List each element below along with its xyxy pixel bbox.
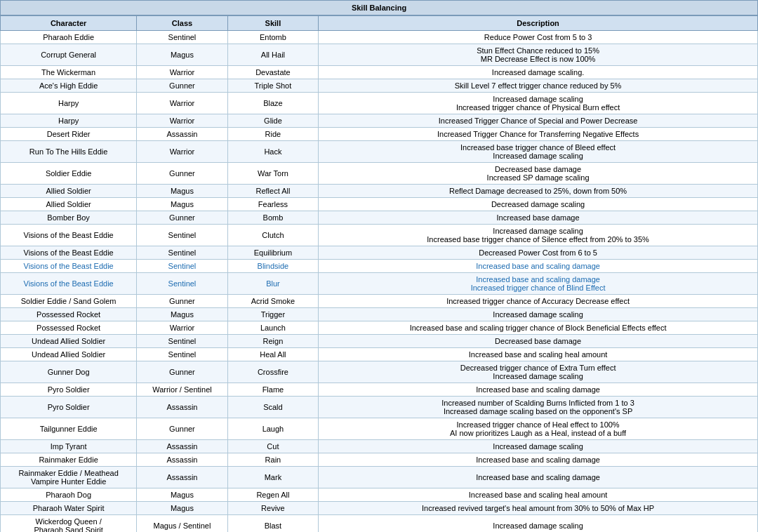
table-row-description: Increased base and scaling damage [319, 260, 758, 273]
header-character: Character [1, 16, 137, 31]
page-title: Skill Balancing [0, 0, 758, 15]
table-row-description: Increased damage scaling Increased base … [319, 225, 758, 246]
table-row-skill: Acrid Smoke [227, 295, 318, 308]
table-row-class: Assassin [137, 128, 227, 141]
table-row-class: Magus [137, 488, 227, 502]
table-row-description: Stun Effect Chance reduced to 15% MR Dec… [319, 44, 758, 66]
table-row-class: Sentinel [137, 31, 227, 44]
table-row-skill: Blindside [227, 260, 318, 273]
table-row-description: Increased base and scaling damage Increa… [319, 273, 758, 295]
table-row-skill: Cut [227, 440, 318, 453]
table-row-character: Bomber Boy [1, 211, 137, 225]
table-row-class: Assassin [137, 467, 227, 488]
table-row-description: Increased trigger chance of Heal effect … [319, 418, 758, 440]
table-row-description: Increased Trigger Chance for Transferrin… [319, 128, 758, 141]
header-skill: Skill [227, 16, 318, 31]
table-row-description: Increased base and scaling damage [319, 467, 758, 488]
table-row-description: Increased damage scaling Increased trigg… [319, 93, 758, 114]
table-row-character: Allied Soldier [1, 185, 137, 198]
table-row-class: Warrior [137, 114, 227, 128]
table-row-description: Increased damage scaling [319, 440, 758, 453]
table-row-class: Gunner [137, 211, 227, 225]
table-row-character: Soldier Eddie [1, 163, 137, 185]
table-row-character: Undead Allied Soldier [1, 335, 137, 348]
table-row-description: Increased Trigger Chance of Special and … [319, 114, 758, 128]
table-row-character: Visions of the Beast Eddie [1, 273, 137, 295]
table-row-character: Pyro Soldier [1, 383, 137, 397]
table-row-description: Increased base and scaling damage [319, 383, 758, 397]
table-row-class: Gunner [137, 418, 227, 440]
table-row-description: Skill Level 7 effect trigger chance redu… [319, 79, 758, 93]
table-row-class: Sentinel [137, 225, 227, 246]
table-row-class: Assassin [137, 440, 227, 453]
table-row-skill: Hack [227, 141, 318, 163]
table-row-character: Rainmaker Eddie / Meathead Vampire Hunte… [1, 467, 137, 488]
table-row-skill: Flame [227, 383, 318, 397]
table-row-description: Increased base and scaling heal amount [319, 488, 758, 502]
table-row-character: Harpy [1, 93, 137, 114]
table-row-class: Warrior [137, 141, 227, 163]
table-row-description: Decreased Power Cost from 6 to 5 [319, 246, 758, 260]
table-row-character: Allied Soldier [1, 198, 137, 211]
table-row-description: Increased revived target's heal amount f… [319, 502, 758, 515]
table-row-skill: Ride [227, 128, 318, 141]
table-row-class: Sentinel [137, 273, 227, 295]
table-row-character: Gunner Dog [1, 361, 137, 383]
table-row-character: Pharaoh Dog [1, 488, 137, 502]
table-row-skill: Rain [227, 453, 318, 467]
table-row-character: Run To The Hills Eddie [1, 141, 137, 163]
table-row-class: Sentinel [137, 335, 227, 348]
table-row-character: Soldier Eddie / Sand Golem [1, 295, 137, 308]
table-row-description: Increased base and scaling trigger chanc… [319, 321, 758, 335]
table-row-class: Magus [137, 185, 227, 198]
table-row-character: Visions of the Beast Eddie [1, 225, 137, 246]
table-row-skill: Mark [227, 467, 318, 488]
table-row-character: Undead Allied Soldier [1, 348, 137, 361]
table-row-skill: Regen All [227, 488, 318, 502]
table-row-description: Increased damage scaling [319, 515, 758, 533]
table-row-description: Increased damage scaling [319, 308, 758, 321]
table-row-description: Increased trigger chance of Accuracy Dec… [319, 295, 758, 308]
table-row-character: Pyro Soldier [1, 397, 137, 418]
table-row-class: Warrior / Sentinel [137, 383, 227, 397]
table-row-character: Visions of the Beast Eddie [1, 260, 137, 273]
table-row-skill: Entomb [227, 31, 318, 44]
table-row-description: Reduce Power Cost from 5 to 3 [319, 31, 758, 44]
table-row-skill: Fearless [227, 198, 318, 211]
table-row-character: Ace's High Eddie [1, 79, 137, 93]
table-row-skill: Blaze [227, 93, 318, 114]
table-row-skill: Bomb [227, 211, 318, 225]
table-row-class: Magus / Sentinel [137, 515, 227, 533]
table-row-class: Magus [137, 308, 227, 321]
table-row-skill: Triple Shot [227, 79, 318, 93]
table-row-class: Assassin [137, 397, 227, 418]
table-row-skill: Devastate [227, 66, 318, 79]
table-row-skill: Blast [227, 515, 318, 533]
table-row-class: Gunner [137, 295, 227, 308]
table-row-description: Increased damage scaling. [319, 66, 758, 79]
table-row-character: Corrupt General [1, 44, 137, 66]
table-row-class: Gunner [137, 79, 227, 93]
header-class: Class [137, 16, 227, 31]
table-row-class: Warrior [137, 66, 227, 79]
table-row-character: Possessed Rocket [1, 308, 137, 321]
table-row-skill: War Torn [227, 163, 318, 185]
table-row-character: Tailgunner Eddie [1, 418, 137, 440]
table-row-description: Decreased damage scaling [319, 198, 758, 211]
table-row-description: Increased base and scaling damage [319, 453, 758, 467]
table-row-skill: Reign [227, 335, 318, 348]
table-row-description: Decreased base damage [319, 335, 758, 348]
table-row-class: Magus [137, 502, 227, 515]
table-row-skill: Launch [227, 321, 318, 335]
header-description: Description [319, 16, 758, 31]
table-row-description: Increased base damage [319, 211, 758, 225]
table-row-description: Decreased base damage Increased SP damag… [319, 163, 758, 185]
table-row-skill: Trigger [227, 308, 318, 321]
table-row-skill: Scald [227, 397, 318, 418]
table-row-skill: Revive [227, 502, 318, 515]
table-row-skill: Glide [227, 114, 318, 128]
table-row-character: Rainmaker Eddie [1, 453, 137, 467]
table-row-character: Imp Tyrant [1, 440, 137, 453]
table-row-description: Increased number of Scalding Burns Infli… [319, 397, 758, 418]
table-row-skill: All Hail [227, 44, 318, 66]
